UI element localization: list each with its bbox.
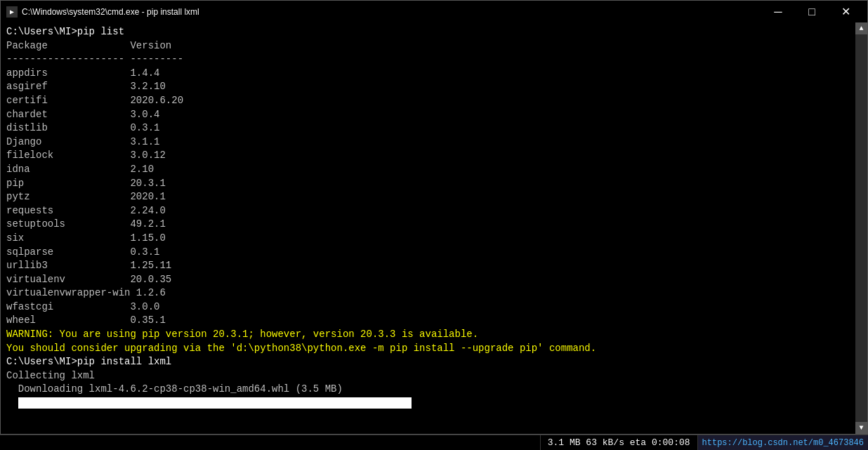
maximize-button[interactable]: □ bbox=[796, 3, 828, 21]
terminal-line: distlib 0.3.1 bbox=[6, 121, 862, 135]
terminal-line: six 1.15.0 bbox=[6, 232, 862, 246]
progress-bar bbox=[18, 397, 412, 409]
terminal-line: chardet 3.0.4 bbox=[6, 108, 862, 122]
terminal-line: filelock 3.0.12 bbox=[6, 149, 862, 163]
minimize-button[interactable]: ─ bbox=[762, 3, 794, 21]
terminal-line: pip 20.3.1 bbox=[6, 177, 862, 191]
status-bar: 3.1 MB 63 kB/s eta 0:00:08 https://blog.… bbox=[0, 435, 868, 450]
terminal-line: asgiref 3.2.10 bbox=[6, 80, 862, 94]
speed-info: 3.1 MB 63 kB/s eta 0:00:08 bbox=[540, 435, 697, 451]
terminal-line: You should consider upgrading via the 'd… bbox=[6, 342, 862, 356]
terminal-body[interactable]: C:\Users\MI>pip listPackage Version-----… bbox=[0, 22, 868, 435]
scroll-down-button[interactable]: ▼ bbox=[855, 422, 867, 434]
terminal-line: Downloading lxml-4.6.2-cp38-cp38-win_amd… bbox=[6, 383, 862, 397]
terminal-line: sqlparse 0.3.1 bbox=[6, 246, 862, 260]
terminal-line: Django 3.1.1 bbox=[6, 135, 862, 150]
cmd-window: ▶ C:\Windows\system32\cmd.exe - pip inst… bbox=[0, 0, 868, 450]
terminal-line: Collecting lxml bbox=[6, 369, 862, 383]
terminal-line: virtualenv 20.0.35 bbox=[6, 273, 862, 287]
status-right: 3.1 MB 63 kB/s eta 0:00:08 https://blog.… bbox=[540, 435, 868, 451]
terminal-line: C:\Users\MI>pip list bbox=[6, 25, 862, 39]
terminal-line: wheel 0.35.1 bbox=[6, 314, 862, 328]
terminal-line: setuptools 49.2.1 bbox=[6, 218, 862, 232]
terminal-line: pytz 2020.1 bbox=[6, 190, 862, 204]
terminal-line: requests 2.24.0 bbox=[6, 204, 862, 218]
terminal-line: certifi 2020.6.20 bbox=[6, 94, 862, 108]
terminal-line: urllib3 1.25.11 bbox=[6, 259, 862, 273]
terminal-output: C:\Users\MI>pip listPackage Version-----… bbox=[6, 25, 862, 397]
terminal-line: wfastcgi 3.0.0 bbox=[6, 300, 862, 315]
app-icon: ▶ bbox=[6, 6, 18, 18]
close-button[interactable]: ✕ bbox=[829, 3, 862, 21]
terminal-line: Package Version bbox=[6, 39, 862, 53]
scroll-up-button[interactable]: ▲ bbox=[855, 22, 867, 34]
terminal-line: -------------------- --------- bbox=[6, 53, 862, 67]
window-title: C:\Windows\system32\cmd.exe - pip instal… bbox=[22, 7, 762, 17]
window-controls: ─ □ ✕ bbox=[762, 3, 862, 21]
terminal-line: WARNING: You are using pip version 20.3.… bbox=[6, 328, 862, 342]
scrollbar-track[interactable] bbox=[855, 34, 867, 422]
terminal-line: virtualenvwrapper-win 1.2.6 bbox=[6, 286, 862, 300]
title-bar: ▶ C:\Windows\system32\cmd.exe - pip inst… bbox=[0, 0, 868, 22]
terminal-line: C:\Users\MI>pip install lxml bbox=[6, 355, 862, 369]
terminal-line: idna 2.10 bbox=[6, 163, 862, 177]
downloading-label bbox=[6, 397, 18, 409]
url-bar: https://blog.csdn.net/m0_4673846 bbox=[697, 435, 868, 451]
progress-container bbox=[6, 397, 862, 409]
scrollbar[interactable]: ▲ ▼ bbox=[855, 22, 867, 434]
terminal-line: appdirs 1.4.4 bbox=[6, 67, 862, 81]
